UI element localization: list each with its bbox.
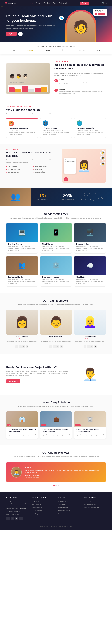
hero-linkedin-icon[interactable]: in bbox=[100, 13, 103, 15]
graph-bar-3 bbox=[22, 86, 28, 92]
team-socials-3: f t in ▶ bbox=[74, 345, 106, 348]
vision-icon: 👁 bbox=[54, 79, 58, 82]
team-yt-1[interactable]: ▶ bbox=[26, 345, 28, 348]
blog-img-icon-1: 👔 bbox=[19, 416, 25, 422]
blog-tag-1: Blog bbox=[7, 424, 10, 426]
footer-support-item-4[interactable]: Professional Services bbox=[58, 510, 70, 512]
hero-cta-button[interactable]: Try Now bbox=[6, 32, 17, 36]
footer-it-item-1[interactable]: Cloud Service bbox=[32, 501, 40, 502]
why-card-1: 👨‍💼 Experienced & Qualified Staff Lorem … bbox=[6, 118, 38, 138]
hero-youtube-icon[interactable]: ▶ bbox=[103, 13, 106, 15]
team-name-1: ELIZA LAZAREY bbox=[6, 336, 38, 338]
team-yt-2[interactable]: ▶ bbox=[60, 345, 62, 348]
team-tw-3[interactable]: t bbox=[87, 345, 90, 348]
footer-facebook-icon[interactable]: f bbox=[6, 517, 10, 520]
service-content: OUR SERVICE Managed I.T. solutions tailo… bbox=[6, 149, 58, 183]
footer-support-list: Migration Services Cloud Phones Managed … bbox=[58, 500, 80, 515]
hero-play-button[interactable] bbox=[18, 32, 22, 36]
mission-description: Lorem ipsum dolor sit amet consectetur a… bbox=[60, 91, 106, 94]
development-title: Development Services bbox=[42, 276, 70, 278]
nav-link-home[interactable]: Home bbox=[29, 2, 33, 4]
search-icon[interactable]: 🔍 bbox=[102, 2, 104, 4]
cloud-phones-desc: Lorem ipsum dolor sit amet consectetur a… bbox=[42, 246, 70, 251]
footer-phone: Tel: +1 (800) 123-456-2212 bbox=[6, 511, 28, 513]
service-dot-3 bbox=[6, 172, 7, 172]
hero-profile-card: Jason Smith IT Specialist f t in ▶ bbox=[93, 8, 107, 16]
footer-contact-title: Get in Touch bbox=[84, 496, 106, 498]
service-person: 👩‍💼 bbox=[77, 160, 91, 172]
mission-icon: 🎯 bbox=[54, 88, 58, 92]
professional-desc: Lorem ipsum dolor sit amet consectetur a… bbox=[8, 279, 36, 284]
hero-card-name: Jason Smith bbox=[95, 10, 106, 11]
why-section: JUMPSTART YOUR BUSINESS Why business cho… bbox=[0, 103, 112, 144]
service-dot-5 bbox=[34, 169, 34, 170]
cta-section: Ready For Awesome Project With Us? Lorem… bbox=[0, 354, 112, 395]
team-tw-2[interactable]: t bbox=[53, 345, 56, 348]
blog-headline-3: Dr. Fire Togut Then Americas HRF Consume… bbox=[76, 428, 104, 432]
why-card-1-avatar: 👨‍💼 bbox=[8, 121, 14, 126]
blog-img-icon-3: 🏢 bbox=[87, 416, 93, 422]
partners-section: We specialize in custom-tailored softwar… bbox=[0, 42, 112, 54]
team-in-2[interactable]: in bbox=[56, 345, 59, 348]
footer-linkedin-icon[interactable]: in bbox=[15, 517, 18, 520]
footer-logo: AT Services bbox=[6, 496, 28, 498]
footer-col-contact: Get in Touch Tel: +1 (800) 123-456 2212 … bbox=[84, 496, 106, 520]
footer-support-title: Support bbox=[58, 496, 80, 498]
footer-it-item-3[interactable]: Web Development bbox=[32, 507, 42, 508]
nav-link-services[interactable]: Services bbox=[44, 2, 50, 4]
footer-it-item-6[interactable]: Report Analytics bbox=[32, 516, 41, 518]
hero-buttons: Try Now bbox=[6, 32, 56, 36]
mission-item: 🎯 Mission Lorem ipsum dolor sit amet con… bbox=[54, 88, 106, 97]
footer-it-item-4[interactable]: Backup Recovers bbox=[32, 510, 42, 512]
nav-contact-button[interactable]: Contact bbox=[80, 2, 89, 5]
nav-link-about[interactable]: About ▾ bbox=[36, 2, 42, 4]
footer-it-item-2[interactable]: Manage Service bbox=[32, 504, 41, 505]
footer-youtube-icon[interactable]: ▶ bbox=[19, 517, 23, 520]
footer-twitter-icon[interactable]: t bbox=[10, 517, 14, 520]
migration-title: Migration Services bbox=[8, 243, 36, 245]
team-yt-3[interactable]: ▶ bbox=[94, 345, 96, 348]
testimonial-dot-3[interactable] bbox=[58, 485, 59, 486]
service-plus-button[interactable]: + bbox=[64, 177, 68, 182]
why-card-1-title: Experienced & Qualified Staff bbox=[8, 128, 36, 129]
nav-link-blog[interactable]: Blog bbox=[53, 2, 56, 4]
team-photo-1: 👩 bbox=[6, 310, 38, 334]
footer-support-item-5[interactable]: Development Services bbox=[58, 513, 70, 514]
team-fb-1[interactable]: f bbox=[16, 345, 18, 348]
services-offer-section: Services We Offer Lorem ipsum dolor sit … bbox=[0, 206, 112, 293]
testimonial-dot-2[interactable] bbox=[56, 485, 57, 486]
blog-tag-2: Security bbox=[41, 424, 46, 426]
service-people-imgs: 👨 👩 🧑 bbox=[100, 150, 105, 166]
service-dot-1 bbox=[6, 166, 7, 167]
team-fb-2[interactable]: f bbox=[50, 345, 52, 348]
culture-section: 👨🏿 👨 👨🏻 Team meeting in progress OUR CUL… bbox=[0, 54, 112, 103]
cloud-phones-title: Cloud Phones bbox=[42, 243, 70, 245]
person-thumb-2: 👩 bbox=[100, 156, 105, 160]
hero-facebook-icon[interactable]: f bbox=[95, 13, 97, 15]
blog-card-3: 🏢 Americas Dr. Fire Togut Then Americas … bbox=[74, 411, 106, 439]
why-cards: 👨‍💼 Experienced & Qualified Staff Lorem … bbox=[6, 118, 106, 138]
cloud-data-title: Cloud Data bbox=[76, 276, 104, 278]
testimonial-dot-1[interactable] bbox=[53, 485, 56, 486]
graph-bar-4 bbox=[28, 89, 34, 92]
footer-support-item-1[interactable]: Migration Services bbox=[58, 501, 68, 502]
nav-link-testimonials[interactable]: Testimonials bbox=[59, 2, 67, 4]
footer-support-item-2[interactable]: Cloud Phones bbox=[58, 504, 66, 505]
service-item-cloud: Cloud Service bbox=[6, 166, 30, 167]
footer-support-item-3[interactable]: Managed Hosting bbox=[58, 507, 68, 508]
footer-col-it-solutions: I.T. Solutions Cloud Service Manage Serv… bbox=[32, 496, 54, 520]
cta-button[interactable]: Contact Us → bbox=[6, 380, 20, 383]
hero-twitter-icon[interactable]: t bbox=[98, 13, 100, 15]
hero-person-bg: 🧑 bbox=[65, 10, 96, 42]
team-tw-1[interactable]: t bbox=[19, 345, 22, 348]
footer-contact-phone: Tel: +1 (800) 123-456 2212 bbox=[84, 500, 106, 502]
service-list: Cloud Service Managed Services Backup Re… bbox=[6, 166, 58, 174]
footer-it-item-5[interactable]: Web Design bbox=[32, 513, 39, 514]
menu-icon[interactable]: ☰ bbox=[106, 2, 107, 4]
team-in-1[interactable]: in bbox=[22, 345, 25, 348]
hosting-title: Managed Hosting bbox=[76, 243, 104, 245]
team-in-3[interactable]: in bbox=[90, 345, 93, 348]
cloud-phones-card-content: Cloud Phones Lorem ipsum dolor sit amet … bbox=[40, 242, 72, 254]
why-description: Lorem ipsum dolor sit amet consectetur a… bbox=[6, 113, 106, 115]
team-fb-3[interactable]: f bbox=[84, 345, 86, 348]
